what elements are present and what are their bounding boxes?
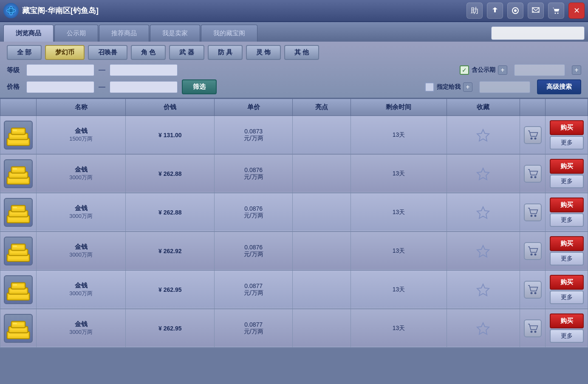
add-to-cart-btn[interactable] [524,319,542,337]
item-collect-cell [447,309,520,347]
collect-star-btn[interactable] [474,319,492,337]
specify-for-me-add-btn[interactable]: + [463,82,472,92]
table-row: 金钱 3000万两 ¥ 262.92 0.0876元/万两 13天 购买 更多 [0,232,588,270]
include-announce-checkbox[interactable]: ✓ 含公示期 + [460,65,507,75]
tab-bar: 浏览商品 公示期 推荐商品 我是卖家 我的藏宝阁 [0,22,588,42]
filter-btn[interactable]: 筛选 [182,79,217,94]
collect-star-btn[interactable] [474,203,492,221]
level-dash: — [99,66,105,74]
item-unit-price: 0.0873元/万两 [215,116,293,155]
col-action [546,99,588,116]
svg-rect-61 [8,294,28,298]
collect-star-btn[interactable] [474,242,492,260]
item-icon [4,314,33,343]
right-add-btn-1[interactable]: + [572,65,581,75]
item-action-cell: 购买 更多 [546,309,588,347]
cart-header-icon-btn[interactable] [548,3,564,19]
cat-btn-jewelry[interactable]: 灵 饰 [246,45,281,60]
cat-btn-coin[interactable]: 梦幻币 [45,45,85,60]
cat-btn-other[interactable]: 其 他 [284,45,319,60]
tab-recommend[interactable]: 推荐商品 [99,25,149,42]
close-icon-btn[interactable]: ✕ [568,3,585,19]
level-to-input[interactable] [110,64,178,76]
more-btn[interactable]: 更多 [550,175,584,188]
cat-btn-armor[interactable]: 防 具 [208,45,243,60]
col-icon [0,99,37,116]
buy-btn[interactable]: 购买 [550,313,584,328]
collect-star-btn[interactable] [474,126,492,144]
specify-for-me-checkbox[interactable]: 指定给我 + [425,82,472,92]
item-collect-cell [447,116,520,155]
tab-browse[interactable]: 浏览商品 [3,25,54,42]
svg-point-71 [534,292,536,294]
price-from-input[interactable] [26,81,94,93]
include-announce-label: 含公示期 [472,66,495,74]
more-btn[interactable]: 更多 [550,213,584,227]
item-icon-cell [0,116,37,155]
add-to-cart-btn[interactable] [524,281,542,299]
cat-btn-weapon[interactable]: 武 器 [169,45,204,60]
svg-point-19 [534,137,536,139]
level-from-input[interactable] [26,64,94,76]
record-icon-btn[interactable] [507,3,523,19]
tab-seller[interactable]: 我是卖家 [150,25,200,42]
collect-star-btn[interactable] [474,165,492,183]
svg-point-45 [534,215,536,217]
svg-rect-77 [10,328,26,330]
item-cart-cell [520,232,546,270]
app-logo [3,3,19,18]
item-highlight [293,154,351,193]
more-btn[interactable]: 更多 [550,252,584,265]
help-icon-btn[interactable]: 助 [466,3,483,19]
add-to-cart-btn[interactable] [524,242,542,260]
item-quantity: 3000万两 [40,212,122,220]
cat-btn-all[interactable]: 全 部 [7,45,42,60]
add-to-cart-btn[interactable] [524,165,542,183]
buy-btn[interactable]: 购买 [550,198,584,212]
collect-star-btn[interactable] [474,281,492,299]
item-cart-cell [520,309,546,347]
cat-btn-pet[interactable]: 召唤兽 [88,45,127,60]
item-action-cell: 购买 更多 [546,116,588,155]
more-btn[interactable]: 更多 [550,329,584,343]
item-price: ¥ 262.95 [126,270,215,309]
col-cart [520,99,546,116]
add-to-cart-btn[interactable] [524,126,542,144]
col-name: 名称 [37,99,126,116]
item-action-cell: 购买 更多 [546,154,588,193]
tab-announce[interactable]: 公示期 [54,25,98,42]
buy-btn[interactable]: 购买 [550,120,584,135]
message-icon-btn[interactable] [528,3,544,19]
item-price: ¥ 262.92 [126,232,215,270]
share-icon-btn[interactable] [487,3,503,19]
buy-btn[interactable]: 购买 [550,236,584,251]
svg-rect-16 [13,130,17,131]
price-dash: — [99,83,105,91]
buy-btn[interactable]: 购买 [550,159,584,174]
tab-mybag[interactable]: 我的藏宝阁 [201,25,257,42]
window-title: 藏宝阁-华南区[钓鱼岛] [22,6,466,16]
item-action-cell: 购买 更多 [546,270,588,309]
col-unit-price: 单价 [215,99,293,116]
add-to-cart-btn[interactable] [524,203,542,221]
item-name-cell: 金钱 3000万两 [37,193,126,232]
more-btn[interactable]: 更多 [550,136,584,150]
cat-btn-char[interactable]: 角 色 [131,45,166,60]
specify-for-me-input[interactable] [479,81,530,93]
item-cart-cell [520,193,546,232]
adv-search-btn[interactable]: 高级搜索 [537,79,581,94]
svg-rect-48 [8,256,28,259]
item-name-cell: 金钱 3000万两 [37,309,126,347]
top-search-input[interactable] [491,26,585,40]
table-header-row: 名称 价钱 单价 亮点 剩余时间 收藏 [0,99,588,116]
price-to-input[interactable] [110,81,178,93]
svg-point-83 [530,330,532,333]
more-btn[interactable]: 更多 [550,291,584,304]
item-name-cell: 金钱 3000万两 [37,270,126,309]
include-announce-add-btn[interactable]: + [498,65,507,75]
include-announce-input[interactable] [514,64,565,76]
svg-point-18 [530,137,532,139]
table-row: 金钱 3000万两 ¥ 262.95 0.0877元/万两 13天 购买 更多 [0,270,588,309]
svg-rect-42 [13,207,17,208]
buy-btn[interactable]: 购买 [550,275,584,290]
